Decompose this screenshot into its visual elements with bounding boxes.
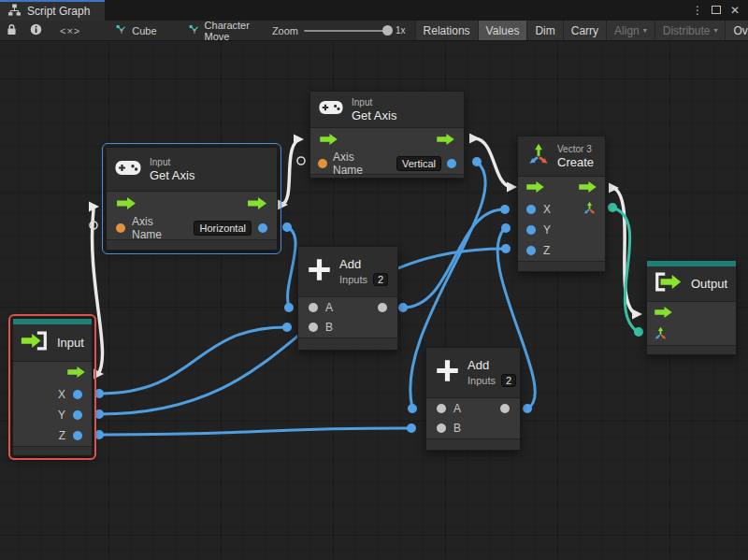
vector3-icon	[526, 142, 551, 170]
flow-input-arrow[interactable]	[654, 305, 672, 322]
zoom-slider-handle[interactable]	[382, 25, 393, 36]
a-input-port[interactable]	[437, 404, 446, 413]
b-input-port[interactable]	[437, 424, 446, 433]
z-output-port[interactable]	[73, 431, 82, 440]
wire-endpoint-dot[interactable]	[500, 205, 510, 214]
graph-canvas[interactable]: Input Get Axis Axis Name Horizontal	[0, 0, 748, 560]
flow-endpoint-arrow-icon[interactable]	[632, 309, 642, 320]
flow-output-arrow[interactable]	[437, 132, 454, 149]
node-header[interactable]: Add Inputs 2	[298, 247, 397, 297]
wire-endpoint-dot[interactable]	[94, 409, 104, 419]
wire-endpoint-dot[interactable]	[472, 157, 482, 166]
wire-endpoint-dot[interactable]	[94, 389, 104, 398]
b-port-label: B	[325, 321, 333, 334]
toolbar-button-dim[interactable]: Dim	[526, 21, 562, 41]
wire-value-input-x-to-add1-b[interactable]	[99, 327, 286, 394]
wire-endpoint-dot[interactable]	[282, 323, 292, 332]
flow-input-arrow[interactable]	[320, 132, 338, 149]
node-header[interactable]: Vector 3 Create	[518, 136, 605, 177]
flow-input-arrow[interactable]	[526, 179, 544, 196]
sum-output-port[interactable]	[378, 303, 387, 312]
zoom-slider[interactable]	[304, 30, 390, 32]
tab-bar: Script Graph ⋮ ✕	[0, 0, 748, 21]
flow-endpoint-arrow-icon[interactable]	[507, 182, 517, 193]
wire-value-horizontal-to-add1-a[interactable]	[287, 227, 295, 307]
axis-name-field[interactable]: Vertical	[396, 156, 441, 171]
node-footer	[298, 337, 397, 350]
toolbar-button-overv[interactable]: Overv	[725, 21, 748, 41]
window-menu-icon[interactable]: ⋮	[690, 4, 705, 17]
info-button[interactable]	[23, 21, 49, 41]
node-header[interactable]: Input Get Axis	[310, 92, 464, 128]
lock-button[interactable]	[0, 21, 23, 41]
wire-endpoint-dot[interactable]	[398, 303, 408, 312]
wire-value-add1-to-vector3-x[interactable]	[403, 209, 504, 308]
graph-asset-icon	[189, 24, 200, 36]
toolbar-button-relations[interactable]: Relations	[415, 21, 478, 41]
node-graph-input[interactable]: Input X Y Z	[12, 318, 93, 456]
code-view-toggle[interactable]: <×>	[49, 21, 92, 41]
node-header[interactable]: Input Get Axis	[107, 148, 277, 192]
x-output-port[interactable]	[73, 390, 82, 399]
wire-endpoint-dot[interactable]	[501, 244, 511, 253]
node-vector3-create[interactable]: Vector 3 Create X	[517, 136, 606, 272]
wire-endpoint-dot[interactable]	[608, 203, 617, 212]
flow-endpoint-arrow-icon[interactable]	[469, 134, 480, 144]
node-add-top[interactable]: Add Inputs 2 A B	[297, 246, 398, 351]
node-graph-output[interactable]: Output	[646, 260, 737, 355]
flow-output-arrow[interactable]	[67, 365, 85, 381]
node-footer	[426, 438, 520, 450]
inputs-count-field[interactable]: 2	[373, 273, 388, 286]
window-close-icon[interactable]: ✕	[727, 4, 742, 17]
node-header[interactable]: Add Inputs 2	[426, 348, 520, 398]
wire-value-input-z-to-add2-b[interactable]	[99, 428, 410, 435]
x-input-port[interactable]	[526, 205, 536, 214]
unconnected-port-ring[interactable]	[297, 157, 305, 165]
axis-name-port[interactable]	[116, 223, 125, 233]
wire-endpoint-dot[interactable]	[94, 430, 104, 439]
wire-endpoint-dot[interactable]	[523, 404, 532, 413]
z-input-port[interactable]	[526, 246, 536, 255]
flow-output-arrow[interactable]	[248, 196, 266, 213]
result-port[interactable]	[447, 159, 456, 168]
axis-name-port[interactable]	[318, 159, 327, 168]
node-title: Get Axis	[352, 108, 396, 122]
wire-endpoint-dot[interactable]	[634, 327, 643, 337]
inputs-count-field[interactable]: 2	[501, 374, 516, 387]
node-header[interactable]: Input	[13, 324, 92, 362]
toolbar-button-align[interactable]: Align▾	[606, 21, 654, 41]
breadcrumb-character-move[interactable]: Character Move	[180, 21, 259, 41]
wire-endpoint-dot[interactable]	[284, 303, 294, 312]
node-header[interactable]: Output	[647, 266, 736, 302]
a-input-port[interactable]	[309, 303, 318, 312]
wire-flow-input-to-getaxis-horizontal[interactable]	[93, 209, 103, 374]
flow-input-arrow[interactable]	[117, 196, 136, 213]
tab-script-graph[interactable]: Script Graph	[0, 0, 105, 21]
node-get-axis-horizontal[interactable]: Input Get Axis Axis Name Horizontal	[106, 147, 278, 251]
result-port[interactable]	[258, 223, 267, 233]
window-maximize-icon[interactable]	[709, 4, 724, 17]
wire-endpoint-dot[interactable]	[501, 223, 511, 233]
node-footer	[518, 261, 605, 271]
vector3-input-port[interactable]	[654, 326, 668, 344]
y-input-port[interactable]	[526, 225, 536, 235]
wire-flow-getaxis-horizontal-to-vertical[interactable]	[281, 140, 297, 205]
b-input-port[interactable]	[309, 323, 318, 332]
axis-name-field[interactable]: Horizontal	[194, 221, 252, 236]
wire-endpoint-dot[interactable]	[407, 424, 416, 433]
vector3-output-port[interactable]	[583, 201, 597, 219]
y-output-port[interactable]	[73, 410, 82, 420]
flow-output-arrow[interactable]	[579, 179, 597, 196]
node-add-bottom[interactable]: Add Inputs 2 A B	[425, 347, 521, 451]
toolbar-button-values[interactable]: Values	[478, 21, 527, 41]
wire-endpoint-dot[interactable]	[408, 404, 417, 413]
toolbar-button-distribute[interactable]: Distribute▾	[654, 21, 726, 41]
toolbar-toggle-group: RelationsValuesDimCarryAlign▾Distribute▾…	[415, 21, 748, 41]
toolbar-button-carry[interactable]: Carry	[563, 21, 606, 41]
breadcrumb-cube[interactable]: Cube	[107, 24, 165, 36]
flow-endpoint-arrow-icon[interactable]	[294, 135, 304, 145]
sum-output-port[interactable]	[500, 404, 510, 413]
wire-endpoint-dot[interactable]	[282, 223, 292, 232]
unity-visual-scripting-window: Input Get Axis Axis Name Horizontal	[0, 0, 748, 560]
node-get-axis-vertical[interactable]: Input Get Axis Axis Name Vertical	[309, 91, 465, 179]
